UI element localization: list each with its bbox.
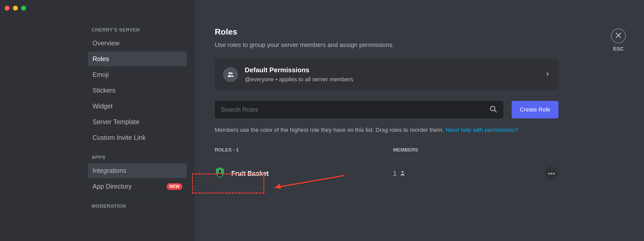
svg-point-2	[219, 170, 221, 173]
sidebar-divider	[91, 150, 183, 150]
role-name: Fruit Basket	[231, 170, 269, 177]
role-row[interactable]: Fruit Basket 1	[215, 159, 558, 188]
more-horizontal-icon	[548, 171, 555, 176]
svg-line-1	[494, 110, 496, 113]
server-heading: CHERRY'S SERVER	[88, 27, 187, 36]
sidebar-item-label: Integrations	[93, 167, 126, 174]
sidebar-item-label: App Directory	[93, 183, 132, 190]
sidebar-item-overview[interactable]: Overview	[88, 36, 187, 51]
shield-icon	[215, 167, 225, 180]
sidebar-item-label: Server Template	[93, 118, 140, 126]
sidebar-item-label: Custom Invite Link	[93, 134, 146, 141]
svg-point-0	[490, 106, 495, 111]
create-role-button[interactable]: Create Role	[512, 101, 558, 118]
sidebar-item-label: Roles	[93, 55, 109, 63]
window-controls	[5, 6, 26, 11]
default-permissions-title: Default Permissions	[245, 66, 538, 74]
close-icon	[615, 32, 622, 40]
settings-sidebar: CHERRY'S SERVER Overview Roles Emoji Sti…	[0, 0, 195, 241]
members-avatar-icon	[223, 67, 238, 82]
search-icon	[489, 105, 497, 114]
sidebar-item-custom-invite-link[interactable]: Custom Invite Link	[88, 130, 187, 145]
search-roles-input[interactable]	[221, 106, 489, 113]
members-column-header: MEMBERS	[393, 147, 496, 153]
sidebar-item-integrations[interactable]: Integrations	[88, 163, 187, 178]
help-text-body: Members use the color of the highest rol…	[215, 127, 446, 133]
help-text: Members use the color of the highest rol…	[215, 126, 558, 134]
person-icon	[400, 170, 405, 177]
sidebar-item-label: Stickers	[93, 87, 116, 94]
esc-label: ESC	[611, 46, 626, 52]
apps-heading: APPS	[88, 155, 187, 163]
page-subtitle: Use roles to group your server members a…	[215, 41, 626, 49]
help-permissions-link[interactable]: Need help with permissions?	[446, 127, 518, 133]
roles-column-header: ROLES - 1	[215, 147, 393, 153]
close-button[interactable]	[611, 28, 626, 43]
svg-point-6	[553, 173, 555, 174]
sidebar-item-server-template[interactable]: Server Template	[88, 115, 187, 129]
default-permissions-card[interactable]: Default Permissions @everyone • applies …	[215, 59, 558, 90]
minimize-window-dot[interactable]	[13, 6, 18, 11]
sidebar-item-label: Emoji	[93, 71, 109, 78]
search-roles-wrap[interactable]	[215, 101, 503, 118]
role-more-button[interactable]	[545, 166, 558, 180]
sidebar-item-stickers[interactable]: Stickers	[88, 83, 187, 98]
sidebar-item-label: Widget	[93, 102, 113, 110]
page-title: Roles	[215, 27, 626, 37]
sidebar-item-app-directory[interactable]: App Directory NEW	[88, 179, 187, 194]
maximize-window-dot[interactable]	[21, 6, 26, 11]
sidebar-item-roles[interactable]: Roles	[88, 52, 187, 66]
sidebar-item-emoji[interactable]: Emoji	[88, 67, 187, 82]
svg-point-5	[551, 173, 552, 174]
main-content: ESC Roles Use roles to group your server…	[195, 0, 644, 241]
svg-point-4	[548, 173, 550, 174]
sidebar-item-widget[interactable]: Widget	[88, 99, 187, 114]
new-badge: NEW	[167, 183, 182, 190]
svg-point-3	[402, 171, 403, 173]
sidebar-item-label: Overview	[93, 39, 119, 47]
close-esc-block: ESC	[611, 28, 626, 52]
chevron-right-icon	[545, 71, 550, 78]
default-permissions-subtitle: @everyone • applies to all server member…	[245, 76, 538, 83]
close-window-dot[interactable]	[5, 6, 10, 11]
sidebar-divider	[91, 198, 183, 199]
member-count: 1	[393, 170, 397, 177]
roles-table: ROLES - 1 MEMBERS Fruit Basket	[215, 147, 558, 188]
moderation-heading: MODERATION	[88, 203, 187, 212]
